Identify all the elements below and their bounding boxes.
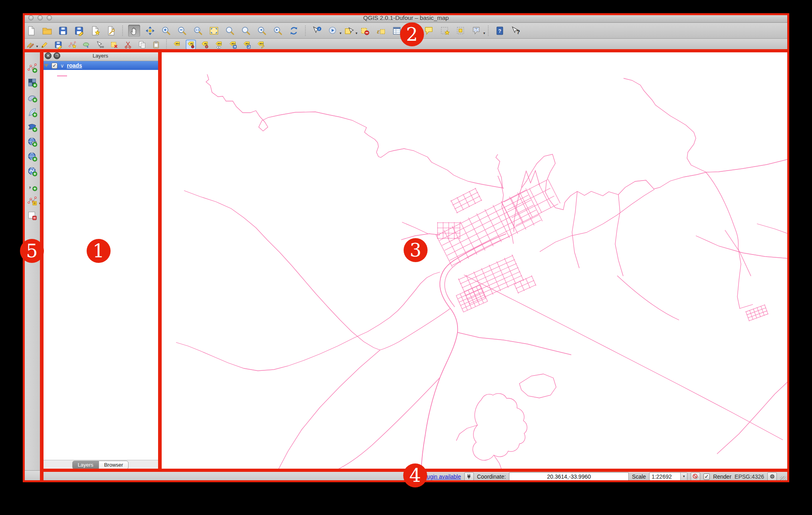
node-tool-button[interactable] bbox=[95, 40, 105, 50]
layer-labeling-options-button[interactable]: abc bbox=[172, 40, 182, 50]
new-print-composer-button[interactable] bbox=[89, 25, 101, 37]
paste-features-button[interactable] bbox=[151, 40, 161, 50]
zoom-native-button[interactable]: 1:1 bbox=[192, 25, 204, 37]
chevron-down-icon[interactable]: ▼ bbox=[680, 473, 687, 480]
show-bookmarks-button[interactable] bbox=[455, 25, 467, 37]
toolbar-separator bbox=[166, 40, 167, 50]
new-project-button[interactable] bbox=[25, 25, 37, 37]
highlight-pinned-labels-button[interactable]: ab bbox=[200, 40, 210, 50]
text-annotation-button[interactable]: T▼ bbox=[471, 25, 483, 37]
new-bookmark-button[interactable] bbox=[439, 25, 451, 37]
scale-combo[interactable]: 1:22692 ▼ bbox=[649, 472, 687, 481]
run-feature-action-button[interactable]: ▼ bbox=[327, 25, 339, 37]
whats-this-button[interactable]: ? bbox=[510, 25, 522, 37]
change-label-button[interactable]: abc bbox=[255, 40, 266, 50]
zoom-window-button[interactable] bbox=[47, 15, 52, 20]
open-project-button[interactable] bbox=[41, 25, 53, 37]
svg-text:?: ? bbox=[517, 28, 520, 35]
zoom-full-button[interactable] bbox=[208, 25, 220, 37]
coordinate-input[interactable] bbox=[509, 472, 629, 481]
zoom-in-button[interactable] bbox=[160, 25, 172, 37]
map-canvas[interactable] bbox=[160, 51, 789, 470]
close-window-button[interactable] bbox=[28, 15, 34, 20]
add-vector-layer-button[interactable] bbox=[26, 61, 38, 74]
dropdown-arrow-icon[interactable]: ▼ bbox=[483, 32, 486, 35]
help-contents-icon: ? bbox=[495, 26, 505, 36]
layer-visibility-checkbox[interactable]: ✓ bbox=[51, 63, 57, 69]
refresh-map-button[interactable] bbox=[288, 25, 300, 37]
add-raster-layer-icon bbox=[27, 77, 38, 88]
stop-render-icon bbox=[692, 473, 699, 480]
help-contents-button[interactable]: ? bbox=[494, 25, 506, 37]
panel-close-icon[interactable]: ✕ bbox=[45, 52, 51, 59]
remove-layer-button[interactable] bbox=[26, 209, 38, 222]
layer-name[interactable]: roads bbox=[67, 62, 82, 69]
pin-unpin-labels-button[interactable]: ab bbox=[186, 40, 196, 50]
tab-browser[interactable]: Browser bbox=[99, 461, 129, 469]
add-wcs-layer-button[interactable] bbox=[26, 150, 38, 163]
minimize-window-button[interactable] bbox=[38, 15, 43, 20]
save-project-as-button[interactable] bbox=[73, 25, 85, 37]
stop-render-button[interactable] bbox=[691, 472, 700, 481]
zoom-to-layer-button[interactable] bbox=[240, 25, 252, 37]
add-delimited-text-layer-button[interactable]: , bbox=[26, 179, 38, 192]
layer-tree[interactable]: ✓ ∨ roads bbox=[42, 61, 159, 460]
layers-panel-title: Layers bbox=[93, 53, 108, 59]
cut-features-button[interactable] bbox=[123, 40, 133, 50]
titlebar[interactable]: QGIS 2.0.1-Dufour – basic_map bbox=[23, 13, 789, 23]
plugin-available-link[interactable]: new plugin available bbox=[411, 473, 461, 480]
zoom-last-button[interactable] bbox=[256, 25, 268, 37]
copy-features-button[interactable] bbox=[137, 40, 147, 50]
tab-layers[interactable]: Layers bbox=[72, 461, 99, 469]
add-postgis-layer-icon bbox=[27, 92, 38, 103]
zoom-out-button[interactable] bbox=[176, 25, 188, 37]
resize-grip[interactable] bbox=[780, 476, 786, 482]
pan-to-selection-button[interactable] bbox=[144, 25, 156, 37]
pan-map-button[interactable] bbox=[128, 25, 140, 37]
svg-text:abc: abc bbox=[232, 42, 236, 45]
plugin-icon[interactable] bbox=[464, 472, 474, 481]
measure-button[interactable]: ▼ bbox=[407, 25, 419, 37]
new-print-composer-icon bbox=[90, 26, 100, 36]
map-tips-button[interactable] bbox=[423, 25, 435, 37]
add-feature-button[interactable] bbox=[67, 40, 77, 50]
select-by-expression-button[interactable]: ε bbox=[375, 25, 387, 37]
delete-selected-button[interactable] bbox=[109, 40, 119, 50]
dropdown-arrow-icon[interactable]: ▼ bbox=[38, 202, 42, 205]
show-hide-labels-button[interactable]: abc bbox=[214, 40, 224, 50]
crs-status-button[interactable] bbox=[767, 472, 777, 481]
deselect-features-button[interactable] bbox=[359, 25, 371, 37]
expand-triangle-icon[interactable] bbox=[44, 64, 49, 67]
composer-manager-button[interactable] bbox=[105, 25, 117, 37]
identify-features-button[interactable]: i bbox=[311, 25, 323, 37]
panel-float-icon[interactable]: ❐ bbox=[53, 52, 60, 59]
save-project-button[interactable] bbox=[57, 25, 69, 37]
add-postgis-layer-button[interactable] bbox=[26, 91, 38, 103]
move-label-button[interactable]: abc bbox=[228, 40, 238, 50]
layer-row-roads[interactable]: ✓ ∨ roads bbox=[42, 61, 159, 70]
roads-map bbox=[160, 51, 789, 470]
select-features-button[interactable]: ▼ bbox=[343, 25, 355, 37]
toggle-editing-button[interactable] bbox=[39, 40, 50, 50]
dropdown-arrow-icon[interactable]: ▼ bbox=[419, 32, 422, 35]
dropdown-arrow-icon[interactable]: ▼ bbox=[355, 32, 358, 35]
zoom-to-selection-button[interactable] bbox=[224, 25, 236, 37]
save-layer-edits-button[interactable] bbox=[53, 40, 63, 50]
dropdown-arrow-icon[interactable]: ▼ bbox=[339, 32, 342, 35]
move-feature-button[interactable] bbox=[81, 40, 91, 50]
dropdown-arrow-icon[interactable]: ▼ bbox=[36, 45, 39, 48]
add-wfs-layer-button[interactable] bbox=[26, 165, 38, 177]
add-wms-layer-button[interactable] bbox=[26, 135, 38, 148]
current-edits-button[interactable]: ▼ bbox=[25, 40, 36, 50]
add-raster-layer-button[interactable] bbox=[26, 76, 38, 89]
add-spatialite-layer-button[interactable] bbox=[26, 105, 38, 118]
add-spatialite-layer-icon bbox=[27, 107, 38, 117]
zoom-next-button[interactable] bbox=[272, 25, 284, 37]
road-path bbox=[336, 378, 440, 470]
rotate-label-button[interactable]: abc bbox=[242, 40, 252, 50]
add-mssql-layer-button[interactable] bbox=[26, 120, 38, 133]
layer-legend-symbol bbox=[57, 76, 67, 76]
new-shapefile-layer-button[interactable]: ▼ bbox=[26, 194, 38, 207]
render-checkbox[interactable]: ✓ bbox=[703, 473, 710, 480]
open-attribute-table-button[interactable] bbox=[391, 25, 403, 37]
